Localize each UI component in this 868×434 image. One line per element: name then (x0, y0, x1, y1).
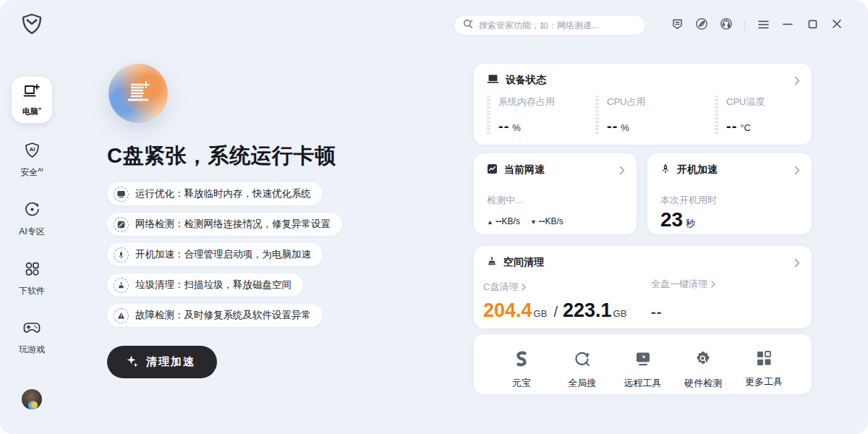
rocket-icon (660, 163, 671, 176)
feature-network-check[interactable]: 网络检测：检测网络连接情况，修复异常设置 (107, 213, 342, 236)
full-clean-value: -- (651, 304, 715, 320)
yuanbao-swirl-icon (513, 350, 530, 370)
sidebar-item-label: 下软件 (19, 285, 45, 297)
sidebar-item-games[interactable]: 玩游戏 (0, 320, 64, 356)
card-header: 开机加速 (660, 163, 718, 176)
network-status-text: 检测中... (487, 194, 523, 207)
tool-global-search[interactable]: 全局搜 (556, 350, 608, 394)
maximize-icon (808, 19, 817, 32)
card-title: 空间清理 (503, 256, 544, 269)
stat-bar (595, 95, 599, 135)
network-icon (114, 217, 129, 232)
chevron-right-icon[interactable] (619, 165, 625, 178)
tool-more[interactable]: 更多工具 (738, 350, 790, 394)
sidebar-item-computer[interactable]: 电脑+ (12, 77, 52, 123)
search-icon (463, 19, 473, 32)
rocket-icon (114, 247, 129, 263)
tool-hardware-check[interactable]: 硬件检测 (677, 350, 729, 394)
cta-label: 清理加速 (146, 355, 195, 369)
card-header: 当前网速 (487, 163, 545, 176)
software-icon (24, 260, 41, 280)
device-status-card[interactable]: 设备状态 系统内存占用 --% CPU占用 --% (474, 64, 812, 145)
maximize-button[interactable] (800, 15, 825, 35)
support-button[interactable] (714, 15, 739, 35)
chevron-right-icon[interactable] (794, 258, 800, 271)
titlebar-divider (744, 20, 745, 30)
headset-icon (720, 17, 733, 33)
network-values: ▲--KB/s ▼--KB/s (487, 216, 563, 226)
boot-time-value: 23秒 (660, 208, 695, 231)
feedback-button[interactable] (665, 15, 689, 35)
sidebar-item-label: AI专区 (19, 226, 44, 238)
monitor-icon (114, 187, 129, 202)
network-speed-card[interactable]: 当前网速 检测中... ▲--KB/s ▼--KB/s (474, 153, 637, 234)
feature-text: 开机加速：合理管理启动项，为电脑加速 (135, 248, 311, 261)
feature-fault-detect[interactable]: 故障检测：及时修复系统及软件设置异常 (107, 304, 323, 327)
down-triangle-icon: ▼ (530, 218, 537, 226)
minimize-button[interactable] (775, 15, 800, 35)
tool-label: 硬件检测 (684, 377, 722, 390)
feature-list: 运行优化：释放临时内存，快速优化系统 网络检测：检测网络连接情况，修复异常设置 … (107, 182, 342, 327)
stat-memory: 系统内存占用 --% (487, 95, 595, 135)
feature-boot-speedup[interactable]: 开机加速：合理管理启动项，为电脑加速 (107, 243, 323, 266)
search-input-wrapper[interactable] (454, 15, 646, 35)
c-drive-clean-link[interactable]: C盘清理 (483, 281, 628, 294)
card-header: 设备状态 (487, 74, 546, 87)
full-clean-label: 全盘一键清理 (651, 278, 707, 291)
feature-junk-clean[interactable]: 垃圾清理：扫描垃圾，释放磁盘空间 (107, 273, 303, 297)
sparkle-icon (126, 354, 139, 370)
boot-speedup-card[interactable]: 开机加速 本次开机用时 23秒 (647, 153, 812, 234)
device-stats: 系统内存占用 --% CPU占用 --% CPU温度 --°C (487, 95, 823, 135)
sidebar-item-label: 玩游戏 (19, 344, 45, 356)
c-drive-usage: 204.4 GB / 223.1 GB (483, 299, 628, 322)
chevron-right-icon[interactable] (794, 75, 800, 88)
feature-run-optimize[interactable]: 运行优化：释放临时内存，快速优化系统 (107, 182, 323, 205)
full-clean-link[interactable]: 全盘一键清理 (651, 278, 715, 291)
page-title: C盘紧张，系统运行卡顿 (107, 142, 336, 171)
card-title: 设备状态 (506, 74, 546, 87)
speed-chart-icon (487, 163, 498, 176)
close-button[interactable] (825, 15, 849, 35)
tool-label: 远程工具 (624, 377, 662, 390)
hardware-check-icon (694, 350, 712, 370)
stat-value: --% (607, 118, 645, 135)
titlebar-controls (454, 15, 849, 35)
menu-icon (758, 19, 769, 32)
search-input[interactable] (479, 20, 637, 30)
disk-document-icon (122, 76, 154, 111)
menu-button[interactable] (751, 15, 775, 35)
total-space-value: 223.1 (563, 299, 612, 322)
stat-value: --°C (726, 118, 765, 135)
feature-text: 故障检测：及时修复系统及软件设置异常 (135, 309, 311, 322)
card-title: 当前网速 (504, 163, 545, 176)
chevron-right-icon[interactable] (794, 165, 800, 178)
sidebar-item-security-ai[interactable]: AI 安全AI (0, 142, 64, 179)
stat-cpu-temp: CPU温度 --°C (715, 95, 823, 135)
sidebar-item-ai-zone[interactable]: AI专区 (0, 201, 64, 238)
status-orb (109, 64, 168, 123)
stat-value: --% (498, 118, 555, 135)
shield-ai-icon: AI (24, 142, 41, 161)
app-logo-shield-icon (20, 12, 43, 35)
full-clean-section: 全盘一键清理 -- (651, 278, 715, 320)
sidebar-item-software[interactable]: 下软件 (0, 260, 64, 297)
feather-button[interactable] (689, 15, 714, 35)
clean-speedup-button[interactable]: 清理加速 (107, 346, 217, 378)
stat-bar (715, 95, 718, 135)
user-avatar[interactable] (22, 389, 42, 409)
svg-text:AI: AI (29, 146, 35, 153)
more-tools-icon (756, 350, 772, 369)
sidebar-item-label: 安全AI (20, 166, 43, 179)
card-header: 空间清理 (487, 256, 544, 269)
up-triangle-icon: ▲ (487, 218, 493, 226)
feature-text: 网络检测：检测网络连接情况，修复异常设置 (135, 218, 331, 231)
tool-yuanbao[interactable]: 元宝 (495, 350, 548, 394)
c-drive-label: C盘清理 (483, 281, 518, 294)
space-clean-card[interactable]: 空间清理 C盘清理 204.4 GB / 223.1 GB 全盘一键清理 -- (474, 246, 812, 328)
computer-plus-icon (23, 83, 41, 102)
gamepad-icon (23, 320, 41, 339)
warning-icon (114, 308, 129, 323)
stat-cpu: CPU占用 --% (595, 95, 715, 135)
upload-speed: ▲--KB/s (487, 216, 520, 226)
tool-remote[interactable]: 远程工具 (617, 350, 669, 394)
